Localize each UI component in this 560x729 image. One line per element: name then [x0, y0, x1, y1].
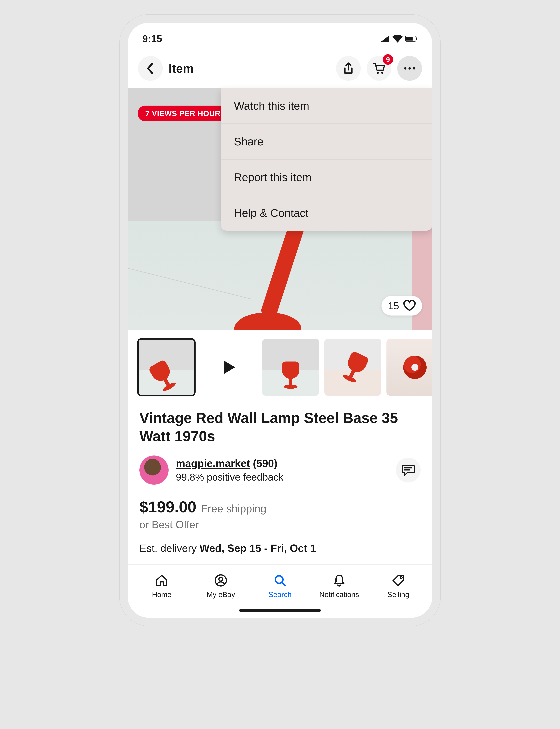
seller-feedback: 99.8% positive feedback [176, 471, 389, 483]
thumbnail-strip [128, 330, 432, 403]
wifi-icon [392, 35, 403, 43]
menu-share[interactable]: Share [221, 124, 432, 160]
nav-search-label: Search [268, 590, 292, 599]
nav-selling-label: Selling [387, 590, 409, 599]
more-horizontal-icon [404, 67, 416, 70]
overflow-menu: Watch this item Share Report this item H… [221, 88, 432, 231]
svg-rect-2 [416, 37, 417, 40]
seller-avatar[interactable] [139, 455, 169, 485]
price: $199.00 [139, 498, 196, 516]
back-button[interactable] [138, 56, 163, 81]
title-block: Vintage Red Wall Lamp Steel Base 35 Watt… [128, 403, 432, 445]
home-icon [155, 573, 169, 587]
like-button[interactable]: 15 [381, 296, 422, 316]
menu-report[interactable]: Report this item [221, 160, 432, 195]
thumbnail-video[interactable] [200, 339, 257, 396]
menu-help[interactable]: Help & Contact [221, 195, 432, 231]
thumbnail-4[interactable] [324, 339, 381, 396]
user-circle-icon [214, 573, 228, 587]
cart-icon [373, 62, 385, 75]
home-indicator[interactable] [239, 609, 321, 612]
bottom-nav: Home My eBay Search Notifications Sellin… [128, 564, 432, 603]
price-block: $199.00 Free shipping or Best Offer Est.… [128, 490, 432, 554]
thumbnail-5[interactable] [386, 339, 432, 396]
battery-icon [405, 35, 418, 42]
more-button[interactable] [397, 56, 422, 81]
svg-point-7 [413, 67, 415, 70]
nav-search[interactable]: Search [252, 573, 308, 599]
status-time: 9:15 [142, 33, 162, 44]
views-badge: 7 VIEWS PER HOUR [138, 106, 228, 121]
thumbnail-3[interactable] [262, 339, 319, 396]
like-count: 15 [388, 300, 399, 312]
svg-point-9 [219, 577, 223, 581]
nav-notifications-label: Notifications [319, 590, 359, 599]
delivery-dates: Wed, Sep 15 - Fri, Oct 1 [199, 542, 316, 554]
svg-point-4 [381, 72, 383, 74]
listing-title: Vintage Red Wall Lamp Steel Base 35 Watt… [139, 409, 421, 445]
chevron-left-icon [146, 63, 155, 74]
seller-info[interactable]: magpie.market (590) 99.8% positive feedb… [176, 457, 389, 483]
share-icon [343, 62, 354, 75]
seller-username: magpie.market [176, 457, 250, 469]
message-seller-button[interactable] [396, 458, 421, 482]
nav-myebay-label: My eBay [207, 590, 235, 599]
bell-icon [332, 573, 346, 587]
svg-point-6 [408, 67, 411, 70]
svg-rect-1 [406, 37, 413, 41]
svg-point-3 [377, 72, 379, 74]
nav-notifications[interactable]: Notifications [311, 573, 367, 599]
nav-home-label: Home [152, 590, 171, 599]
seller-rating-count: (590) [253, 457, 277, 469]
cart-badge: 9 [383, 54, 393, 65]
status-icons [380, 35, 418, 43]
delivery-estimate: Est. delivery Wed, Sep 15 - Fri, Oct 1 [139, 542, 421, 554]
delivery-prefix: Est. delivery [139, 542, 199, 554]
share-button[interactable] [336, 56, 361, 81]
svg-point-11 [400, 576, 402, 578]
page-title: Item [169, 61, 330, 76]
shipping-text: Free shipping [201, 502, 266, 515]
app-bar: Item 9 [128, 52, 432, 88]
status-bar: 9:15 [128, 23, 432, 52]
hero-decor-cord [128, 267, 251, 299]
seller-name-line: magpie.market (590) [176, 457, 389, 469]
menu-watch-item[interactable]: Watch this item [221, 88, 432, 124]
thumbnail-1[interactable] [138, 339, 195, 396]
hero-section: 7 VIEWS PER HOUR 15 Watch this item Shar… [128, 88, 432, 330]
heart-icon [403, 300, 416, 311]
cellular-icon [380, 35, 390, 42]
search-icon [273, 573, 287, 587]
tag-icon [391, 573, 405, 587]
phone-frame: 9:15 Item 9 7 VIEWS PER HOUR 15 [120, 15, 440, 626]
cart-button[interactable]: 9 [367, 56, 391, 81]
seller-row: magpie.market (590) 99.8% positive feedb… [128, 445, 432, 490]
nav-selling[interactable]: Selling [370, 573, 426, 599]
nav-myebay[interactable]: My eBay [193, 573, 249, 599]
svg-point-5 [404, 67, 406, 70]
nav-home[interactable]: Home [134, 573, 190, 599]
play-icon [220, 359, 237, 376]
message-icon [402, 464, 415, 476]
best-offer-text: or Best Offer [139, 519, 421, 530]
